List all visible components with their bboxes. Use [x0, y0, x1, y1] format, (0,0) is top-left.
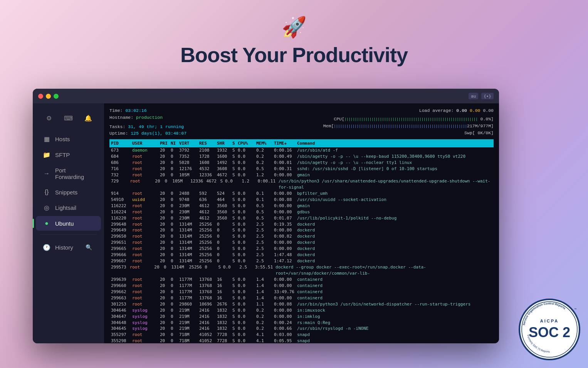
- uptime-row: Uptime: 125 days(1), 03:48:07: [109, 130, 301, 137]
- sidebar-item-ubuntu[interactable]: ● Ubuntu: [36, 216, 101, 231]
- table-row: 304645 syslog 20 0 219M 2416 1832 S 0.0 …: [109, 326, 494, 332]
- sidebar-item-lightsail[interactable]: ◎ Lightsail: [36, 200, 101, 215]
- time-row: Time: 03:02:16: [109, 107, 301, 114]
- history-label: History: [55, 244, 73, 251]
- mem-bar-row: Mem[||||||||||||||||||||||||||||||||||||…: [302, 123, 494, 130]
- swp-val: 0K/0K]: [475, 130, 494, 135]
- svg-text:™: ™: [574, 308, 577, 311]
- cpu-bar-row: CPU[||||||||||||||||||||||||||||||||||||…: [302, 116, 494, 123]
- table-row: 299667 root 20 0 1314M 25256 0 S 0.0 2.5…: [109, 258, 494, 264]
- terminal-icon-btn[interactable]: ⌨: [62, 111, 76, 125]
- svg-text:SOC 2: SOC 2: [529, 324, 570, 340]
- table-row: 355298 root 20 0 718M 41052 7728 S 0.0 4…: [109, 338, 494, 343]
- snippets-label: Snippets: [55, 189, 77, 196]
- table-row: 299665 root 20 0 1314M 25256 0 S 0.0 2.5…: [109, 246, 494, 252]
- lightsail-label: Lightsail: [55, 204, 76, 211]
- cpu-bar: ||||||||||||||||||||||||||||||||||||||||…: [344, 118, 478, 122]
- cpu-label: CPU[: [334, 116, 344, 122]
- col-header-virt: VIRT: [179, 140, 199, 147]
- hostname-row: Hostname: production: [109, 114, 301, 121]
- sidebar-icons-row: ⚙ ⌨ 🔔: [33, 108, 104, 131]
- ubuntu-icon: ●: [43, 220, 50, 227]
- table-row: 914 root 20 0 2488 592 524 S 0.0 0.1 0:0…: [109, 191, 494, 197]
- load-v1: 0.00: [456, 108, 467, 113]
- time-label: Time:: [109, 108, 125, 113]
- table-row: 304648 syslog 20 0 219M 2416 1832 S 0.0 …: [109, 320, 494, 326]
- soc2-badge-svg: Service Organization Control Reports AIC…: [519, 299, 580, 360]
- svg-text:AICPA: AICPA: [540, 319, 559, 323]
- title-bar: au {•}: [33, 89, 499, 103]
- minimize-button[interactable]: [46, 94, 51, 99]
- col-header-ni: NI: [171, 140, 179, 147]
- load-v2: 0.00: [470, 108, 480, 113]
- notifications-icon-btn[interactable]: 🔔: [81, 111, 95, 125]
- table-row: 729 root 20 0 105M 12336 4672 S 0.0 1.2 …: [109, 178, 494, 191]
- sidebar-item-port-forwarding[interactable]: → Port Forwarding: [36, 163, 101, 184]
- mem-val: 217M/977M]: [467, 123, 494, 128]
- table-row: 299660 root 20 0 1177M 13768 16 S 0.0 1.…: [109, 283, 494, 289]
- col-header-mem: MEM%: [256, 140, 274, 147]
- tasks-value: 31, 49 thr; 1 running: [128, 124, 184, 129]
- cpu-pct: 0.0%]: [478, 116, 494, 122]
- swp-label: Swp[: [464, 130, 475, 135]
- terminal-area: Time: 03:02:16 Hostname: production Task…: [104, 103, 499, 343]
- time-value: 03:02:16: [125, 108, 146, 113]
- mem-bar: ||||||||||||||||||||||||||||||||||||||||…: [334, 125, 467, 128]
- uptime-value: 125 days(1), 03:48:07: [131, 131, 186, 136]
- history-icon: 🕐: [43, 244, 50, 251]
- table-row: 301253 root 20 0 29860 10696 2676 S 0.0 …: [109, 301, 494, 307]
- table-row: 299573 root 20 0 1314M 25256 0 S 0.0 2.5…: [109, 264, 494, 277]
- process-table-header: PID USER PRI NI VIRT RES SHR S CPU% MEM%…: [109, 139, 494, 147]
- sidebar: ⚙ ⌨ 🔔 ▦ Hosts 📁 SFTP → Port Forwarding {…: [33, 103, 104, 343]
- soc2-badge: Service Organization Control Reports AIC…: [519, 299, 580, 360]
- port-forwarding-icon: →: [43, 170, 50, 177]
- col-header-pid: PID: [111, 140, 132, 147]
- table-row: 716 root 20 0 12176 4532 3608 S 0.0 0.5 …: [109, 166, 494, 172]
- main-layout: ⚙ ⌨ 🔔 ▦ Hosts 📁 SFTP → Port Forwarding {…: [33, 103, 499, 343]
- col-header-time: TIME+: [274, 140, 297, 147]
- table-row: 116224 root 20 0 230M 4612 3560 S 0.0 0.…: [109, 209, 494, 215]
- col-header-res: RES: [199, 140, 217, 147]
- hero-rocket-icon: 🚀: [0, 15, 588, 39]
- col-header-user: USER: [132, 140, 160, 147]
- table-row: 299650 root 20 0 1314M 25256 0 S 0.0 2.5…: [109, 233, 494, 240]
- process-table-body: 673 daemon 20 0 3792 2108 1932 S 0.0 0.2…: [109, 147, 494, 343]
- tasks-label: Tasks:: [109, 124, 128, 129]
- close-button[interactable]: [38, 94, 43, 99]
- snippets-icon: {}: [43, 189, 50, 196]
- swp-bar-row: Swp[ 0K/0K]: [302, 130, 494, 137]
- sidebar-item-hosts[interactable]: ▦ Hosts: [36, 132, 101, 147]
- table-row: 304647 syslog 20 0 219M 2416 1832 S 0.0 …: [109, 314, 494, 320]
- table-row: 299649 root 20 0 1314M 25256 0 S 0.0 2.5…: [109, 227, 494, 233]
- hero-section: 🚀 Boost Your Productivity: [0, 0, 588, 78]
- table-row: 299648 root 20 0 1314M 25256 0 S 0.0 2.5…: [109, 221, 494, 228]
- sidebar-item-history[interactable]: 🕐 History 🔍: [36, 238, 101, 257]
- col-header-shr: SHR: [217, 140, 232, 147]
- terminal-left-info: Time: 03:02:16 Hostname: production Task…: [109, 107, 301, 137]
- lightsail-icon: ◎: [43, 204, 50, 211]
- table-row: 304646 syslog 20 0 219M 2416 1832 S 0.0 …: [109, 307, 494, 314]
- table-row: 299662 root 20 0 1177M 13768 16 S 0.0 1.…: [109, 289, 494, 295]
- hosts-icon: ▦: [43, 135, 50, 143]
- traffic-lights: [38, 94, 59, 99]
- title-bar-right: au {•}: [469, 93, 494, 100]
- maximize-button[interactable]: [54, 94, 59, 99]
- hero-title: Boost Your Productivity: [0, 43, 588, 67]
- table-row: 54910 uuidd 20 0 9748 636 464 S 0.0 0.1 …: [109, 197, 494, 203]
- table-row: 686 root 20 0 5028 1608 1492 S 0.0 0.2 0…: [109, 160, 494, 166]
- terminal-content: Time: 03:02:16 Hostname: production Task…: [104, 103, 499, 343]
- col-header-pri: PRI: [160, 140, 171, 147]
- sidebar-item-sftp[interactable]: 📁 SFTP: [36, 147, 101, 162]
- hostname-label: Hostname:: [109, 115, 136, 120]
- sidebar-divider: [40, 234, 97, 235]
- sidebar-item-snippets[interactable]: {} Snippets: [36, 185, 101, 199]
- sftp-icon: 📁: [43, 151, 50, 159]
- history-search-button[interactable]: 🔍: [83, 242, 94, 253]
- terminal-right-info: Load average: 0.00 0.00 0.00 CPU[|||||||…: [302, 107, 494, 137]
- settings-icon-btn[interactable]: ⚙: [42, 111, 56, 125]
- load-v3: 0.00: [483, 108, 494, 113]
- terminal-info-grid: Time: 03:02:16 Hostname: production Task…: [109, 107, 494, 137]
- mem-label: Mem[: [323, 123, 334, 128]
- table-row: 299666 root 20 0 1314M 25256 0 S 0.0 2.5…: [109, 252, 494, 258]
- port-forwarding-label: Port Forwarding: [55, 167, 94, 180]
